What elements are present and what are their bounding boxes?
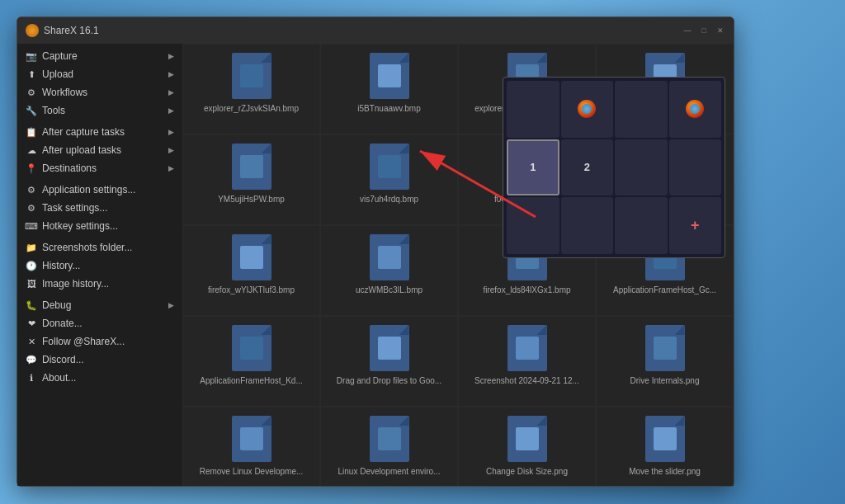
workflows-arrow: ▶ [168, 88, 174, 97]
file-name: Move the slider.png [602, 467, 728, 476]
sidebar-item-follow[interactable]: ✕ Follow @ShareX... [17, 332, 182, 351]
file-thumbnail [378, 337, 401, 360]
sidebar-item-image-history[interactable]: 🖼 Image history... [17, 275, 182, 293]
sidebar-item-after-upload[interactable]: ☁ After upload tasks ▶ [17, 141, 182, 159]
popup-cell-0[interactable] [507, 81, 559, 138]
sidebar-label-image-history: Image history... [42, 278, 109, 290]
popup-cell-1[interactable] [561, 81, 614, 138]
file-item[interactable]: Linux Development enviro... [320, 407, 458, 486]
sidebar-item-task-settings[interactable]: ⚙ Task settings... [17, 199, 182, 217]
file-item[interactable]: ApplicationFrameHost_Kd... [182, 316, 320, 407]
sidebar-label-debug: Debug [42, 299, 71, 311]
popup-cell-9[interactable] [561, 197, 614, 254]
sidebar-item-upload[interactable]: ⬆ Upload ▶ [17, 65, 182, 83]
file-name: i5BTnuaawv.bmp [326, 104, 452, 113]
file-icon [232, 416, 271, 462]
sidebar-item-hotkey-settings[interactable]: ⌨ Hotkey settings... [17, 217, 182, 235]
sidebar: 📷 Capture ▶ ⬆ Upload ▶ ⚙ Workflows ▶ 🔧 T… [17, 44, 182, 486]
sidebar-item-destinations[interactable]: 📍 Destinations ▶ [17, 159, 182, 177]
sidebar-label-discord: Discord... [42, 354, 84, 365]
sidebar-item-tools[interactable]: 🔧 Tools ▶ [17, 101, 182, 120]
sidebar-item-app-settings[interactable]: ⚙ Application settings... [17, 181, 182, 199]
file-thumbnail [516, 337, 539, 360]
sidebar-label-workflows: Workflows [42, 87, 87, 98]
popup-cell-11[interactable] [669, 197, 722, 254]
after-upload-icon: ☁ [26, 144, 37, 156]
file-thumbnail [378, 64, 401, 87]
window-title: ShareX 16.1 [44, 25, 99, 36]
sidebar-item-debug[interactable]: 🐛 Debug ▶ [17, 296, 182, 314]
sidebar-item-capture[interactable]: 📷 Capture ▶ [17, 47, 182, 65]
file-item[interactable]: YM5ujiHsPW.bmp [182, 134, 320, 225]
file-item[interactable]: Drive Internals.png [596, 316, 734, 407]
popup-cell-6[interactable] [615, 139, 668, 196]
workflows-icon: ⚙ [26, 87, 37, 98]
tools-arrow: ▶ [168, 106, 174, 115]
firefox-icon [686, 100, 704, 118]
file-item[interactable]: Screenshot 2024-09-21 12... [458, 316, 596, 407]
destinations-icon: 📍 [26, 163, 37, 174]
file-item[interactable]: Move the slider.png [596, 407, 734, 486]
capture-arrow: ▶ [168, 52, 174, 60]
sidebar-item-after-capture[interactable]: 📋 After capture tasks ▶ [17, 123, 182, 141]
close-button[interactable]: ✕ [715, 26, 725, 35]
capture-icon: 📷 [26, 50, 37, 62]
file-item[interactable]: Drag and Drop files to Goo... [320, 316, 458, 407]
sidebar-label-task-settings: Task settings... [42, 202, 107, 214]
popup-grid: 12 [503, 77, 725, 258]
sidebar-item-donate[interactable]: ❤ Donate... [17, 314, 182, 332]
file-item[interactable]: i5BTnuaawv.bmp [320, 44, 458, 134]
upload-arrow: ▶ [168, 70, 174, 78]
popup-cell-7[interactable] [669, 139, 722, 196]
file-item[interactable]: explorer_rZJsvkSIAn.bmp [182, 44, 320, 134]
donate-icon: ❤ [26, 318, 37, 329]
file-name: Drag and Drop files to Goo... [326, 376, 452, 385]
sidebar-label-upload: Upload [42, 68, 73, 80]
file-icon [232, 144, 271, 190]
upload-icon: ⬆ [26, 68, 37, 80]
file-icon [232, 53, 271, 99]
maximize-button[interactable]: □ [699, 26, 709, 35]
file-thumbnail [240, 427, 263, 450]
about-icon: ℹ [26, 372, 37, 384]
file-name: Remove Linux Developme... [188, 467, 314, 476]
file-item[interactable]: Remove Linux Developme... [182, 407, 320, 486]
file-icon [370, 416, 409, 462]
popup-cell-5[interactable]: 2 [561, 139, 614, 196]
file-item[interactable]: Change Disk Size.png [458, 407, 596, 486]
file-item[interactable]: uczWMBc3IL.bmp [320, 225, 458, 316]
file-name: vis7uh4rdq.bmp [326, 195, 452, 204]
sidebar-label-app-settings: Application settings... [42, 184, 135, 195]
sidebar-label-after-upload: After upload tasks [42, 144, 121, 156]
file-thumbnail [240, 155, 263, 178]
minimize-button[interactable]: — [682, 26, 692, 35]
file-name: Drive Internals.png [602, 376, 728, 385]
file-icon [645, 325, 685, 371]
plus-icon [687, 218, 703, 234]
popup-cell-4[interactable]: 1 [507, 139, 559, 196]
app-settings-icon: ⚙ [26, 184, 37, 195]
file-item[interactable]: firefox_wYlJKTluf3.bmp [182, 225, 320, 316]
history-icon: 🕐 [26, 260, 37, 271]
popup-cell-8[interactable] [507, 197, 559, 254]
sidebar-label-screenshots: Screenshots folder... [42, 242, 132, 253]
file-name: Linux Development enviro... [326, 467, 452, 476]
popup-cell-2[interactable] [615, 81, 668, 138]
file-item[interactable]: vis7uh4rdq.bmp [320, 134, 458, 225]
destinations-arrow: ▶ [168, 164, 174, 172]
file-name: ApplicationFrameHost_Kd... [188, 376, 314, 385]
file-thumbnail [378, 155, 401, 178]
sidebar-item-screenshots[interactable]: 📁 Screenshots folder... [17, 238, 182, 257]
main-window: ShareX 16.1 — □ ✕ 📷 Capture ▶ ⬆ Upload ▶… [17, 16, 734, 487]
file-thumbnail [240, 337, 263, 360]
sidebar-item-about[interactable]: ℹ About... [17, 369, 182, 387]
popup-cell-3[interactable] [669, 81, 722, 138]
task-settings-icon: ⚙ [26, 202, 37, 214]
sidebar-item-history[interactable]: 🕐 History... [17, 257, 182, 275]
sidebar-item-discord[interactable]: 💬 Discord... [17, 351, 182, 369]
main-layout: 📷 Capture ▶ ⬆ Upload ▶ ⚙ Workflows ▶ 🔧 T… [17, 44, 734, 486]
file-icon [232, 234, 271, 280]
sidebar-item-workflows[interactable]: ⚙ Workflows ▶ [17, 83, 182, 101]
file-thumbnail [240, 246, 263, 269]
popup-cell-10[interactable] [615, 197, 668, 254]
